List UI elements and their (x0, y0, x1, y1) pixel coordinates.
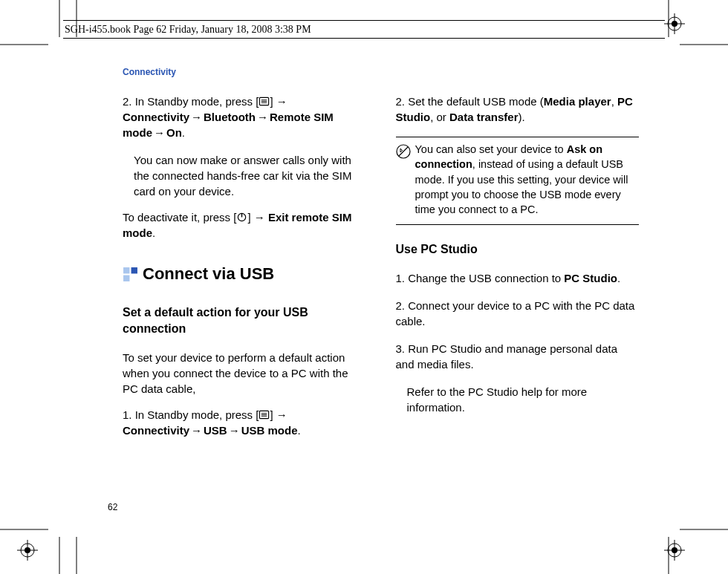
note-text: You can also set your device to Ask on c… (415, 142, 640, 217)
registration-icon (17, 540, 38, 561)
registration-icon (664, 13, 685, 34)
print-header-text: SGH-i455.book Page 62 Friday, January 18… (65, 24, 311, 36)
heading-bullet-icon (123, 267, 138, 282)
deactivate-para: To deactivate it, press [] → Exit remote… (123, 209, 366, 241)
step-2-default-usb: 2. Set the default USB mode (Media playe… (396, 94, 640, 125)
section-header: Connectivity (123, 67, 639, 77)
step-1-usb-mode: 1. In Standby mode, press [] → Connectiv… (123, 407, 366, 438)
note-ask-on-connection: You can also set your device to Ask on c… (396, 137, 640, 225)
page-body: Connectivity 2. In Standby mode, press [… (59, 45, 669, 535)
subheading-default-action: Set a default action for your USB connec… (123, 304, 366, 338)
menu-icon (259, 96, 270, 107)
power-icon (236, 212, 247, 223)
heading-connect-usb: Connect via USB (123, 263, 366, 286)
print-header: SGH-i455.book Page 62 Friday, January 18… (63, 20, 665, 39)
svg-rect-29 (131, 267, 137, 273)
registration-icon (664, 540, 685, 561)
pcstudio-step-3: 3. Run PC Studio and manage personal dat… (396, 341, 640, 372)
menu-icon (259, 409, 270, 420)
step-2-remote-sim: 2. In Standby mode, press [] → Connectiv… (123, 94, 366, 140)
subheading-pc-studio: Use PC Studio (396, 241, 640, 258)
page-number: 62 (108, 502, 117, 512)
pcstudio-step-1: 1. Change the USB connection to PC Studi… (396, 270, 640, 286)
note-icon (396, 144, 411, 159)
pcstudio-refer: Refer to the PC Studio help for more inf… (396, 384, 640, 415)
svg-rect-28 (123, 267, 129, 273)
column-left: 2. In Standby mode, press [] → Connectiv… (123, 94, 366, 450)
step-2-note: You can now make or answer calls only wi… (123, 152, 366, 199)
intro-para: To set your device to perform a default … (123, 350, 366, 397)
column-right: 2. Set the default USB mode (Media playe… (396, 94, 640, 450)
svg-rect-30 (123, 275, 129, 281)
pcstudio-step-2: 2. Connect your device to a PC with the … (396, 298, 640, 329)
